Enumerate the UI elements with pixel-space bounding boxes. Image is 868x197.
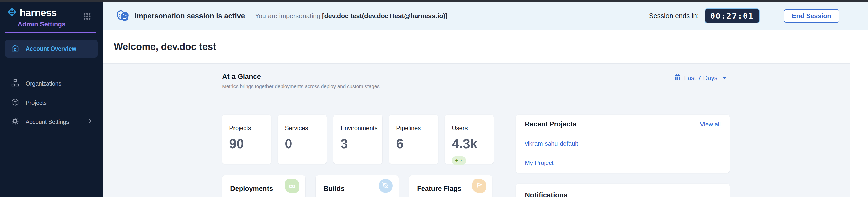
module-label: Feature Flags: [417, 185, 461, 193]
notifications-panel: Notifications: [516, 184, 730, 197]
date-range-picker[interactable]: Last 7 Days: [674, 74, 727, 82]
metric-card-projects[interactable]: Projects 90: [222, 115, 271, 164]
metric-value: 6: [396, 136, 438, 151]
metric-card-services[interactable]: Services 0: [278, 115, 327, 164]
metric-card-users[interactable]: Users 4.3k + 7: [445, 115, 494, 164]
glance-header: At a Glance Metrics brings together depl…: [222, 73, 731, 89]
banner-title: Impersonation session is active: [134, 12, 245, 20]
metric-label: Environments: [341, 125, 382, 132]
banner-message-prefix: You are impersonating: [255, 12, 320, 19]
module-card-feature-flags[interactable]: Feature Flags: [409, 175, 492, 197]
page-title: Welcome, dev.doc test: [114, 41, 216, 52]
sidebar-item-account-settings[interactable]: Account Settings: [5, 113, 98, 131]
organizations-icon: [11, 79, 19, 88]
metric-card-pipelines[interactable]: Pipelines 6: [389, 115, 438, 164]
metric-label: Users: [452, 125, 494, 132]
glance-title: At a Glance: [222, 73, 380, 81]
dashboard-body: Projects 90 Services 0 Environments 3 Pi…: [222, 115, 731, 197]
module-label: Deployments: [230, 185, 273, 193]
metrics-row: Projects 90 Services 0 Environments 3 Pi…: [222, 115, 494, 164]
window-top-strip: [0, 0, 868, 2]
modules-row: Deployments ∞ Builds Feature Flags: [222, 175, 494, 197]
metric-label: Services: [285, 125, 327, 132]
module-label: Builds: [324, 185, 345, 193]
theater-masks-icon: [115, 8, 130, 24]
glance-subtitle: Metrics brings together deployments acro…: [222, 84, 380, 89]
panels-column: Recent Projects View all vikram-sahu-def…: [516, 115, 730, 197]
brand-row: harness: [0, 2, 103, 19]
recent-projects-title: Recent Projects: [525, 120, 576, 128]
deployments-pipeline-icon: ∞: [285, 179, 299, 193]
project-row: vikram-sahu-default: [525, 134, 721, 153]
brand-text: harness: [20, 7, 56, 18]
builds-ci-icon: [379, 179, 393, 193]
project-link-my-project[interactable]: My Project: [525, 159, 553, 166]
home-icon: [11, 44, 19, 53]
module-card-builds[interactable]: Builds: [316, 175, 399, 197]
cube-icon: [11, 98, 19, 108]
harness-logo-icon: [6, 6, 18, 19]
end-session-button[interactable]: End Session: [784, 9, 839, 23]
recent-projects-panel: Recent Projects View all vikram-sahu-def…: [516, 115, 730, 173]
chevron-right-icon: [87, 118, 93, 126]
sidebar-item-label: Account Overview: [26, 45, 76, 52]
sidebar-item-label: Account Settings: [26, 119, 69, 125]
project-link-vikram-sahu-default[interactable]: vikram-sahu-default: [525, 140, 578, 147]
sidebar-item-label: Organizations: [26, 80, 61, 87]
app-grid-icon[interactable]: [83, 12, 91, 22]
users-delta-badge: + 7: [452, 156, 466, 165]
module-subtitle: Admin Settings: [18, 21, 103, 28]
banner-message: You are impersonating [dev.doc test(dev.…: [255, 12, 447, 20]
impersonation-banner: Impersonation session is active You are …: [103, 2, 868, 30]
module-card-deployments[interactable]: Deployments ∞: [222, 175, 305, 197]
session-ends-label: Session ends in:: [649, 12, 699, 20]
metric-label: Projects: [229, 125, 271, 132]
metric-value: 0: [285, 136, 327, 151]
sidebar-item-label: Projects: [26, 100, 46, 106]
nav-divider: [5, 68, 98, 68]
metrics-column: Projects 90 Services 0 Environments 3 Pi…: [222, 115, 494, 197]
calendar-icon: [674, 74, 681, 82]
sidebar-item-account-overview[interactable]: Account Overview: [5, 40, 98, 57]
sidebar-nav: Account Overview Organizations Pr: [5, 40, 98, 131]
page-header: Welcome, dev.doc test: [103, 30, 850, 64]
impersonated-user: [dev.doc test(dev.doc+test@harness.io)]: [322, 12, 447, 19]
recent-projects-header: Recent Projects View all: [525, 115, 721, 134]
metric-value: 90: [229, 136, 271, 151]
notifications-title: Notifications: [525, 191, 721, 197]
metric-value: 4.3k: [452, 136, 494, 151]
metric-value: 3: [341, 136, 382, 151]
purple-divider: [4, 32, 96, 33]
view-all-link[interactable]: View all: [700, 121, 721, 128]
session-timer: 00:27:01: [705, 8, 760, 24]
feature-flags-flag-icon: [471, 178, 487, 194]
sidebar-item-organizations[interactable]: Organizations: [5, 75, 98, 92]
date-range-label: Last 7 Days: [684, 74, 717, 82]
caret-down-icon: [722, 77, 727, 79]
sidebar-item-projects[interactable]: Projects: [5, 94, 98, 112]
right-gutter: [850, 30, 868, 197]
sidebar: harness Admin Settings Account Overview: [0, 2, 103, 197]
project-row: My Project: [525, 153, 721, 172]
gear-icon: [11, 117, 19, 127]
metric-label: Pipelines: [396, 125, 438, 132]
metric-card-environments[interactable]: Environments 3: [334, 115, 382, 164]
main-content: At a Glance Metrics brings together depl…: [103, 64, 850, 197]
